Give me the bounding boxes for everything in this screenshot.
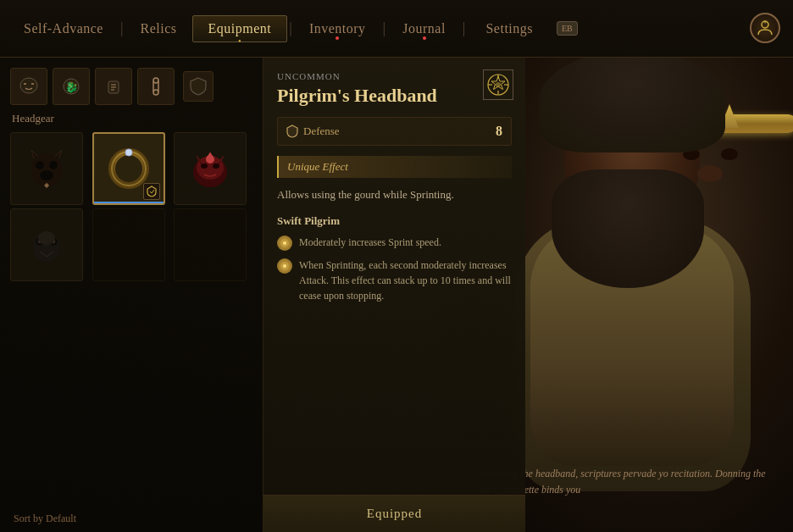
svg-line-23 [152, 190, 154, 193]
svg-point-26 [201, 163, 208, 169]
char-beard [552, 169, 704, 288]
svg-point-17 [40, 170, 53, 180]
main-content: 🐉 [0, 58, 525, 532]
effect-description: Allows using the gourd while Sprinting. [277, 186, 512, 204]
nav-relics[interactable]: Relics [125, 14, 192, 43]
item-slot-wolf-mask[interactable] [10, 208, 83, 281]
wolf-mask-icon [21, 219, 72, 270]
nav-sep-1: | [120, 19, 124, 37]
inventory-dot [336, 36, 339, 40]
scroll-tab-icon [102, 75, 125, 98]
player-icon[interactable] [750, 13, 780, 43]
svg-point-2 [20, 78, 37, 93]
player-icon-circle [750, 13, 780, 43]
ability-item-2: When Sprinting, each second moderately i… [277, 258, 512, 303]
nav-bar: Self-Advance | Relics Equipment | Invent… [0, 0, 793, 58]
svg-point-15 [36, 161, 44, 169]
category-label: Headgear [10, 112, 252, 125]
detail-panel: Uncommon Pilgrim's Headband Defense 8 Un… [263, 58, 525, 532]
svg-point-20 [112, 152, 146, 186]
player-icon-svg [756, 19, 774, 37]
unique-effect-label: Unique Effect [287, 160, 503, 174]
category-tab-scroll[interactable] [95, 68, 132, 105]
mask-tab-icon [17, 75, 41, 98]
category-tab-shield[interactable] [183, 71, 214, 102]
ability-2-text: When Sprinting, each second moderately i… [299, 258, 512, 303]
char-hair [539, 51, 725, 152]
ring-container [94, 134, 164, 203]
nav-self-advance[interactable]: Self-Advance [8, 14, 119, 43]
nav-sep-2: | [289, 19, 292, 37]
ability-icon-2 [277, 258, 292, 274]
bone-tab-icon [144, 75, 168, 98]
equipped-button[interactable]: Equipped [263, 495, 525, 532]
beast-tab-icon: 🐉 [59, 75, 83, 98]
ability-name: Swift Pilgrim [277, 214, 512, 228]
category-tab-mask[interactable] [10, 68, 47, 105]
svg-point-16 [49, 161, 58, 169]
sort-label[interactable]: Sort by Default [14, 513, 76, 525]
svg-text:◆: ◆ [44, 181, 50, 189]
stat-left: Defense [286, 125, 340, 138]
svg-point-36 [496, 82, 501, 87]
svg-point-1 [764, 21, 767, 24]
ability-1-icon [279, 237, 291, 249]
stat-name: Defense [303, 125, 340, 138]
category-tabs: 🐉 [10, 68, 252, 105]
char-eye-right [721, 148, 738, 160]
inventory-panel: 🐉 [0, 58, 263, 532]
char-nose [697, 165, 723, 182]
rarity-symbol [485, 72, 511, 97]
ability-2-icon [279, 260, 291, 272]
nav-inventory[interactable]: Inventory [294, 14, 381, 43]
svg-point-44 [283, 264, 286, 268]
item-grid: ◆ [10, 132, 252, 281]
category-tab-beast[interactable]: 🐉 [53, 68, 90, 105]
item-slot-red-helmet[interactable] [174, 132, 247, 205]
item-slot-empty-2[interactable] [174, 208, 247, 281]
ability-item-1: Moderately increases Sprint speed. [277, 235, 512, 251]
svg-text:🐉: 🐉 [65, 80, 78, 93]
beast-head-icon: ◆ [21, 143, 72, 194]
svg-point-42 [283, 241, 286, 245]
svg-point-27 [213, 163, 219, 169]
ability-icon-1 [277, 236, 292, 251]
svg-point-21 [125, 149, 132, 156]
item-equipped-badge [143, 183, 160, 200]
item-slot-ring[interactable] [92, 132, 165, 205]
item-rarity-icon [483, 69, 513, 100]
shield-tab-icon [189, 76, 208, 97]
nav-settings[interactable]: Settings [470, 14, 548, 43]
nav-sep-3: | [383, 19, 386, 37]
journal-dot [423, 36, 426, 40]
settings-badge: EB [557, 21, 578, 36]
stat-shield-icon [286, 125, 298, 138]
item-slot-empty-1[interactable] [92, 208, 165, 281]
nav-journal[interactable]: Journal [387, 14, 461, 43]
rarity-badge: Uncommon [277, 71, 512, 81]
nav-equipment[interactable]: Equipment [192, 15, 288, 42]
equipped-badge-icon [147, 186, 157, 197]
nav-settings-area: Settings EB [470, 14, 577, 43]
stat-defense-row: Defense 8 [277, 117, 512, 146]
svg-point-34 [38, 231, 55, 245]
nav-sep-4: | [463, 19, 466, 37]
ability-1-text: Moderately increases Sprint speed. [299, 235, 441, 250]
item-slot-beast-head[interactable]: ◆ [10, 132, 83, 205]
svg-point-13 [153, 90, 158, 95]
red-helmet-icon [184, 142, 236, 195]
svg-point-12 [153, 78, 158, 83]
category-tab-bone[interactable] [137, 68, 175, 105]
item-name: Pilgrim's Headband [277, 85, 512, 107]
unique-effect-header: Unique Effect [277, 156, 512, 178]
stat-value: 8 [496, 124, 502, 139]
